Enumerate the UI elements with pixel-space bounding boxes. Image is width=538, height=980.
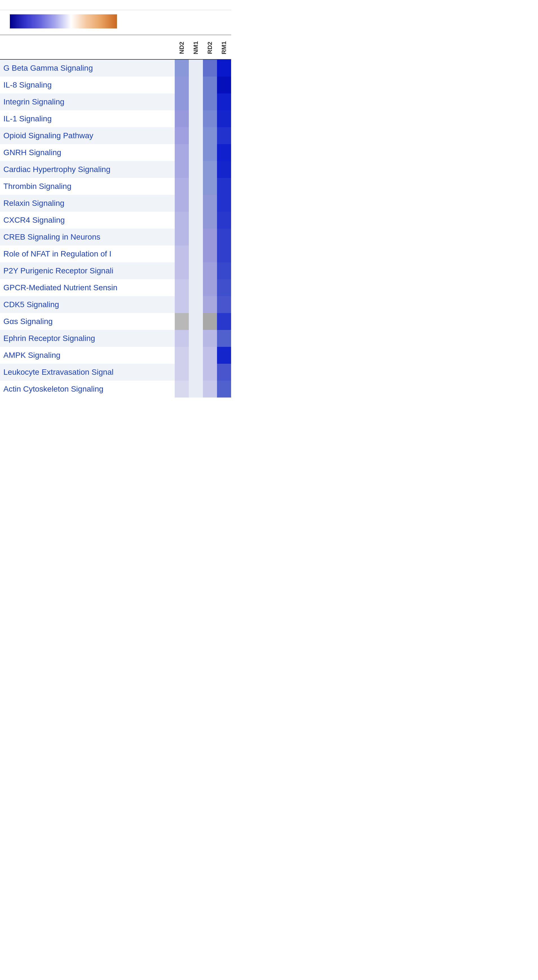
table-row: Leukocyte Extravasation Signal (0, 364, 231, 381)
heatmap-cell (217, 60, 231, 76)
table-row: IL-1 Signaling (0, 110, 231, 127)
heatmap-cell (217, 364, 231, 381)
heatmap-cell (189, 127, 203, 144)
heatmap-cell (217, 245, 231, 262)
heatmap-cell (175, 330, 189, 347)
table-row: P2Y Purigenic Receptor Signali (0, 262, 231, 279)
row-cells (175, 262, 231, 279)
heatmap-cell (189, 94, 203, 110)
heatmap-cell (217, 76, 231, 94)
row-cells (175, 381, 231, 398)
row-cells (175, 364, 231, 381)
heatmap-cell (175, 76, 189, 94)
heatmap-cell (175, 127, 189, 144)
heatmap-cell (203, 178, 217, 195)
heatmap-cell (217, 381, 231, 398)
heatmap-cell (175, 110, 189, 127)
heatmap-cell (175, 347, 189, 364)
heatmap-cell (203, 127, 217, 144)
row-cells (175, 212, 231, 229)
row-cells (175, 144, 231, 161)
row-cells (175, 60, 231, 76)
heatmap-cell (203, 212, 217, 229)
heatmap-cell (175, 381, 189, 398)
page-container: ND2 NM1 RD2 RM1 G Beta Gamma SignalingIL… (0, 0, 231, 400)
row-label: GNRH Signaling (0, 145, 175, 160)
table-row: GNRH Signaling (0, 144, 231, 161)
row-cells (175, 313, 231, 330)
row-cells (175, 76, 231, 94)
row-label: CDK5 Signaling (0, 297, 175, 312)
row-cells (175, 178, 231, 195)
table-row: IL-8 Signaling (0, 76, 231, 94)
heatmap-cell (217, 229, 231, 245)
heatmap-cell (189, 60, 203, 76)
header-row: ND2 NM1 RD2 RM1 (0, 35, 231, 60)
row-label: GPCR-Mediated Nutrient Sensin (0, 280, 175, 295)
row-label: AMPK Signaling (0, 348, 175, 363)
row-cells (175, 195, 231, 212)
heatmap-cell (203, 279, 217, 296)
row-label: Integrin Signaling (0, 95, 175, 109)
heatmap-cell (189, 245, 203, 262)
heatmap-cell (203, 144, 217, 161)
color-bar (10, 14, 117, 29)
heatmap-cell (203, 60, 217, 76)
row-label: Cardiac Hypertrophy Signaling (0, 162, 175, 177)
table-row: CDK5 Signaling (0, 296, 231, 313)
heatmap-cell (217, 296, 231, 313)
row-label: Relaxin Signaling (0, 196, 175, 211)
heatmap-cell (217, 195, 231, 212)
heatmap-cell (189, 279, 203, 296)
row-cells (175, 110, 231, 127)
heatmap-cell (175, 60, 189, 76)
heatmap-cell (189, 364, 203, 381)
table-row: Thrombin Signaling (0, 178, 231, 195)
heatmap-cell (189, 144, 203, 161)
heatmap-cell (189, 195, 203, 212)
heatmap-cell (175, 279, 189, 296)
row-cells (175, 229, 231, 245)
heatmap-cell (175, 195, 189, 212)
color-bar-container (10, 14, 117, 30)
row-cells (175, 245, 231, 262)
col-header-rd2: RD2 (203, 37, 217, 59)
heatmap-cell (217, 127, 231, 144)
row-label: IL-1 Signaling (0, 111, 175, 126)
table-row: Relaxin Signaling (0, 195, 231, 212)
heatmap-cell (189, 229, 203, 245)
row-label: P2Y Purigenic Receptor Signali (0, 264, 175, 278)
table-row: Cardiac Hypertrophy Signaling (0, 161, 231, 178)
col-header-nm1: NM1 (189, 37, 203, 59)
row-cells (175, 94, 231, 110)
heatmap-cell (217, 94, 231, 110)
heatmap-cell (189, 296, 203, 313)
heatmap-cell (189, 178, 203, 195)
row-label: Role of NFAT in Regulation of I (0, 247, 175, 261)
table-row: AMPK Signaling (0, 347, 231, 364)
heatmap-cell (203, 161, 217, 178)
heatmap-cell (203, 330, 217, 347)
heatmap-cell (175, 144, 189, 161)
heatmap-cell (217, 110, 231, 127)
heatmap-cell (217, 161, 231, 178)
table-row: Integrin Signaling (0, 94, 231, 110)
heatmap-cell (203, 245, 217, 262)
table-row: CXCR4 Signaling (0, 212, 231, 229)
heatmap-cell (189, 212, 203, 229)
heatmap-cell (175, 296, 189, 313)
row-label: Ephrin Receptor Signaling (0, 331, 175, 346)
row-label: Opioid Signaling Pathway (0, 128, 175, 143)
col-headers: ND2 NM1 RD2 RM1 (175, 37, 231, 59)
table-row: Role of NFAT in Regulation of I (0, 245, 231, 262)
heatmap-cell (203, 229, 217, 245)
heatmap-cell (175, 178, 189, 195)
legend-section (0, 10, 231, 35)
heatmap-cell (189, 110, 203, 127)
heatmap-cell (217, 313, 231, 330)
row-cells (175, 127, 231, 144)
heatmap-cell (203, 313, 217, 330)
row-cells (175, 161, 231, 178)
heatmap-cell (217, 279, 231, 296)
col-header-nd2: ND2 (175, 37, 189, 59)
